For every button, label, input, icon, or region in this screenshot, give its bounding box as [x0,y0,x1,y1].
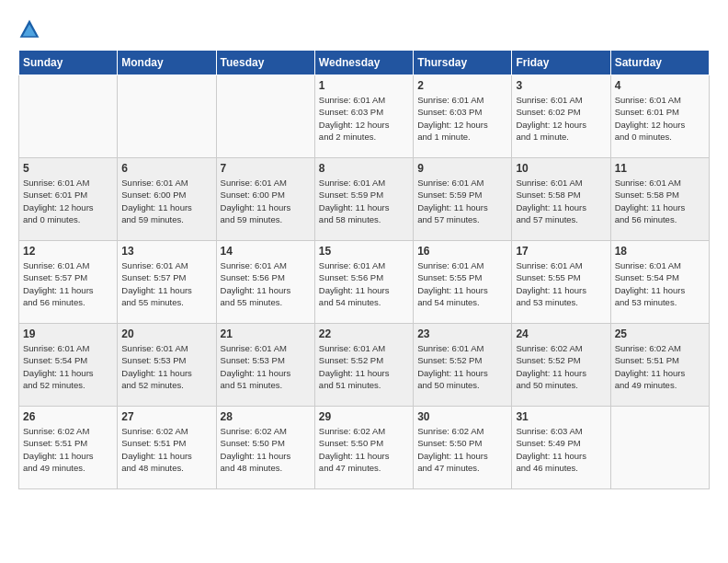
day-info: Sunrise: 6:02 AM Sunset: 5:52 PM Dayligh… [516,342,606,391]
logo-icon [18,18,40,40]
day-info: Sunrise: 6:01 AM Sunset: 5:53 PM Dayligh… [221,342,311,391]
day-number: 11 [615,162,705,175]
calendar-cell: 5Sunrise: 6:01 AM Sunset: 6:01 PM Daylig… [19,158,118,241]
day-info: Sunrise: 6:01 AM Sunset: 6:01 PM Dayligh… [23,177,113,225]
day-number: 26 [23,410,113,423]
calendar-cell: 22Sunrise: 6:01 AM Sunset: 5:52 PM Dayli… [314,324,413,407]
day-number: 3 [516,79,606,92]
day-number: 21 [221,327,311,340]
day-info: Sunrise: 6:01 AM Sunset: 5:56 PM Dayligh… [221,259,311,308]
day-info: Sunrise: 6:01 AM Sunset: 6:03 PM Dayligh… [417,94,507,143]
col-header-monday: Monday [118,51,216,75]
calendar-cell: 12Sunrise: 6:01 AM Sunset: 5:57 PM Dayli… [19,241,118,324]
day-number: 16 [417,245,507,258]
day-number: 24 [516,327,606,340]
calendar-cell: 28Sunrise: 6:02 AM Sunset: 5:50 PM Dayli… [216,407,314,489]
day-number: 5 [23,162,113,175]
calendar-cell: 21Sunrise: 6:01 AM Sunset: 5:53 PM Dayli… [216,324,314,407]
day-info: Sunrise: 6:01 AM Sunset: 5:59 PM Dayligh… [417,177,507,225]
day-info: Sunrise: 6:01 AM Sunset: 6:03 PM Dayligh… [319,94,409,143]
day-info: Sunrise: 6:02 AM Sunset: 5:50 PM Dayligh… [417,425,507,474]
col-header-tuesday: Tuesday [216,51,314,75]
col-header-saturday: Saturday [610,51,709,75]
calendar-week-row: 26Sunrise: 6:02 AM Sunset: 5:51 PM Dayli… [19,407,710,489]
day-info: Sunrise: 6:01 AM Sunset: 6:01 PM Dayligh… [615,94,705,143]
calendar-cell: 18Sunrise: 6:01 AM Sunset: 5:54 PM Dayli… [610,241,709,324]
day-number: 29 [319,410,409,423]
calendar-cell: 27Sunrise: 6:02 AM Sunset: 5:51 PM Dayli… [118,407,216,489]
day-number: 31 [516,410,606,423]
day-info: Sunrise: 6:01 AM Sunset: 5:55 PM Dayligh… [516,259,606,308]
day-info: Sunrise: 6:02 AM Sunset: 5:50 PM Dayligh… [319,425,409,474]
calendar-cell: 25Sunrise: 6:02 AM Sunset: 5:51 PM Dayli… [610,324,709,407]
day-info: Sunrise: 6:01 AM Sunset: 5:57 PM Dayligh… [121,259,211,308]
calendar-cell: 30Sunrise: 6:02 AM Sunset: 5:50 PM Dayli… [414,407,512,489]
day-number: 22 [319,327,409,340]
day-number: 17 [516,245,606,258]
day-number: 30 [417,410,507,423]
calendar-cell: 16Sunrise: 6:01 AM Sunset: 5:55 PM Dayli… [414,241,512,324]
calendar-cell: 29Sunrise: 6:02 AM Sunset: 5:50 PM Dayli… [314,407,413,489]
day-info: Sunrise: 6:01 AM Sunset: 5:54 PM Dayligh… [23,342,113,391]
day-info: Sunrise: 6:01 AM Sunset: 5:55 PM Dayligh… [417,259,507,308]
calendar-header-row: SundayMondayTuesdayWednesdayThursdayFrid… [19,51,710,75]
day-info: Sunrise: 6:02 AM Sunset: 5:51 PM Dayligh… [615,342,705,391]
day-number: 19 [23,327,113,340]
day-info: Sunrise: 6:01 AM Sunset: 5:56 PM Dayligh… [319,259,409,308]
calendar-cell [216,75,314,158]
day-info: Sunrise: 6:01 AM Sunset: 5:53 PM Dayligh… [121,342,211,391]
calendar-cell: 15Sunrise: 6:01 AM Sunset: 5:56 PM Dayli… [314,241,413,324]
day-info: Sunrise: 6:01 AM Sunset: 5:58 PM Dayligh… [516,177,606,225]
calendar-week-row: 19Sunrise: 6:01 AM Sunset: 5:54 PM Dayli… [19,324,710,407]
calendar-cell: 17Sunrise: 6:01 AM Sunset: 5:55 PM Dayli… [512,241,610,324]
calendar-week-row: 12Sunrise: 6:01 AM Sunset: 5:57 PM Dayli… [19,241,710,324]
calendar-cell [118,75,216,158]
day-number: 20 [121,327,211,340]
col-header-thursday: Thursday [414,51,512,75]
calendar-table: SundayMondayTuesdayWednesdayThursdayFrid… [18,50,710,489]
day-number: 9 [417,162,507,175]
day-number: 4 [615,79,705,92]
logo [18,18,44,40]
day-number: 14 [221,245,311,258]
calendar-cell: 13Sunrise: 6:01 AM Sunset: 5:57 PM Dayli… [118,241,216,324]
day-number: 8 [319,162,409,175]
calendar-cell: 9Sunrise: 6:01 AM Sunset: 5:59 PM Daylig… [414,158,512,241]
calendar-cell: 6Sunrise: 6:01 AM Sunset: 6:00 PM Daylig… [118,158,216,241]
day-number: 2 [417,79,507,92]
day-number: 15 [319,245,409,258]
day-info: Sunrise: 6:01 AM Sunset: 6:00 PM Dayligh… [121,177,211,225]
calendar-cell: 23Sunrise: 6:01 AM Sunset: 5:52 PM Dayli… [414,324,512,407]
day-info: Sunrise: 6:02 AM Sunset: 5:51 PM Dayligh… [121,425,211,474]
calendar-cell: 8Sunrise: 6:01 AM Sunset: 5:59 PM Daylig… [314,158,413,241]
day-info: Sunrise: 6:02 AM Sunset: 5:51 PM Dayligh… [23,425,113,474]
day-info: Sunrise: 6:01 AM Sunset: 5:52 PM Dayligh… [417,342,507,391]
day-number: 10 [516,162,606,175]
day-number: 12 [23,245,113,258]
calendar-week-row: 1Sunrise: 6:01 AM Sunset: 6:03 PM Daylig… [19,75,710,158]
day-info: Sunrise: 6:01 AM Sunset: 6:02 PM Dayligh… [516,94,606,143]
day-number: 27 [121,410,211,423]
col-header-friday: Friday [512,51,610,75]
calendar-cell: 11Sunrise: 6:01 AM Sunset: 5:58 PM Dayli… [610,158,709,241]
day-info: Sunrise: 6:01 AM Sunset: 6:00 PM Dayligh… [221,177,311,225]
day-info: Sunrise: 6:01 AM Sunset: 5:57 PM Dayligh… [23,259,113,308]
calendar-week-row: 5Sunrise: 6:01 AM Sunset: 6:01 PM Daylig… [19,158,710,241]
calendar-cell [19,75,118,158]
calendar-cell: 10Sunrise: 6:01 AM Sunset: 5:58 PM Dayli… [512,158,610,241]
col-header-wednesday: Wednesday [314,51,413,75]
day-number: 18 [615,245,705,258]
calendar-cell: 14Sunrise: 6:01 AM Sunset: 5:56 PM Dayli… [216,241,314,324]
calendar-cell: 31Sunrise: 6:03 AM Sunset: 5:49 PM Dayli… [512,407,610,489]
calendar-cell: 26Sunrise: 6:02 AM Sunset: 5:51 PM Dayli… [19,407,118,489]
calendar-cell: 24Sunrise: 6:02 AM Sunset: 5:52 PM Dayli… [512,324,610,407]
day-number: 28 [221,410,311,423]
calendar-cell: 7Sunrise: 6:01 AM Sunset: 6:00 PM Daylig… [216,158,314,241]
day-number: 13 [121,245,211,258]
calendar-cell [610,407,709,489]
day-info: Sunrise: 6:03 AM Sunset: 5:49 PM Dayligh… [516,425,606,474]
day-info: Sunrise: 6:01 AM Sunset: 5:54 PM Dayligh… [615,259,705,308]
calendar-cell: 1Sunrise: 6:01 AM Sunset: 6:03 PM Daylig… [314,75,413,158]
page-header [18,18,710,40]
calendar-cell: 20Sunrise: 6:01 AM Sunset: 5:53 PM Dayli… [118,324,216,407]
